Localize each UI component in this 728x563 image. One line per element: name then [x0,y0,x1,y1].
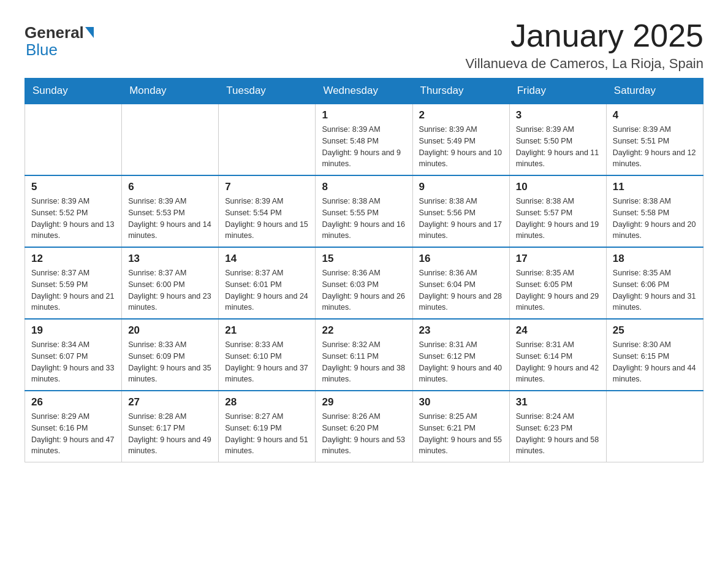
day-number: 18 [613,253,697,265]
day-number: 4 [613,109,697,121]
days-header-row: SundayMondayTuesdayWednesdayThursdayFrid… [25,79,703,104]
calendar-cell: 24Sunrise: 8:31 AMSunset: 6:14 PMDayligh… [509,319,606,391]
day-info: Sunrise: 8:25 AMSunset: 6:21 PMDaylight:… [419,411,503,457]
day-number: 15 [322,253,406,265]
calendar-cell: 17Sunrise: 8:35 AMSunset: 6:05 PMDayligh… [509,247,606,319]
day-number: 23 [419,324,503,337]
day-info: Sunrise: 8:38 AMSunset: 5:55 PMDaylight:… [322,196,406,242]
week-row: 19Sunrise: 8:34 AMSunset: 6:07 PMDayligh… [25,319,703,391]
day-of-week-header: Friday [509,79,606,104]
day-info: Sunrise: 8:39 AMSunset: 5:51 PMDaylight:… [613,124,697,170]
week-row: 5Sunrise: 8:39 AMSunset: 5:52 PMDaylight… [25,175,703,247]
day-number: 29 [322,396,406,408]
day-info: Sunrise: 8:36 AMSunset: 6:03 PMDaylight:… [322,267,406,313]
day-number: 17 [516,253,600,265]
calendar-cell: 18Sunrise: 8:35 AMSunset: 6:06 PMDayligh… [606,247,703,319]
calendar-cell: 13Sunrise: 8:37 AMSunset: 6:00 PMDayligh… [122,247,219,319]
calendar-cell [606,391,703,462]
calendar-cell: 23Sunrise: 8:31 AMSunset: 6:12 PMDayligh… [412,319,509,391]
calendar-cell: 12Sunrise: 8:37 AMSunset: 5:59 PMDayligh… [25,247,122,319]
day-number: 14 [225,253,309,265]
day-number: 30 [419,396,503,408]
calendar-cell: 30Sunrise: 8:25 AMSunset: 6:21 PMDayligh… [412,391,509,462]
calendar-cell: 19Sunrise: 8:34 AMSunset: 6:07 PMDayligh… [25,319,122,391]
calendar-cell: 31Sunrise: 8:24 AMSunset: 6:23 PMDayligh… [509,391,606,462]
calendar-cell: 2Sunrise: 8:39 AMSunset: 5:49 PMDaylight… [412,104,509,175]
day-info: Sunrise: 8:31 AMSunset: 6:12 PMDaylight:… [419,339,503,385]
day-number: 25 [613,324,697,337]
calendar-table: SundayMondayTuesdayWednesdayThursdayFrid… [25,78,703,462]
day-number: 31 [516,396,600,408]
calendar-cell: 22Sunrise: 8:32 AMSunset: 6:11 PMDayligh… [316,319,412,391]
day-number: 2 [419,109,503,121]
week-row: 26Sunrise: 8:29 AMSunset: 6:16 PMDayligh… [25,391,703,462]
page-header: General Blue January 2025 Villanueva de … [25,18,703,72]
day-number: 16 [419,253,503,265]
calendar-cell: 8Sunrise: 8:38 AMSunset: 5:55 PMDaylight… [316,175,412,247]
day-info: Sunrise: 8:38 AMSunset: 5:58 PMDaylight:… [613,196,697,242]
calendar-cell: 15Sunrise: 8:36 AMSunset: 6:03 PMDayligh… [316,247,412,319]
day-number: 5 [31,181,115,193]
day-info: Sunrise: 8:24 AMSunset: 6:23 PMDaylight:… [516,411,600,457]
calendar-cell: 16Sunrise: 8:36 AMSunset: 6:04 PMDayligh… [412,247,509,319]
day-number: 10 [516,181,600,193]
day-number: 28 [225,396,309,408]
calendar-cell: 9Sunrise: 8:38 AMSunset: 5:56 PMDaylight… [412,175,509,247]
calendar-cell: 29Sunrise: 8:26 AMSunset: 6:20 PMDayligh… [316,391,412,462]
calendar-cell: 1Sunrise: 8:39 AMSunset: 5:48 PMDaylight… [316,104,412,175]
day-of-week-header: Thursday [412,79,509,104]
calendar-cell: 21Sunrise: 8:33 AMSunset: 6:10 PMDayligh… [219,319,316,391]
day-info: Sunrise: 8:35 AMSunset: 6:06 PMDaylight:… [613,267,697,313]
day-info: Sunrise: 8:35 AMSunset: 6:05 PMDaylight:… [516,267,600,313]
calendar-cell: 28Sunrise: 8:27 AMSunset: 6:19 PMDayligh… [219,391,316,462]
logo: General Blue [25,25,95,59]
day-info: Sunrise: 8:31 AMSunset: 6:14 PMDaylight:… [516,339,600,385]
day-info: Sunrise: 8:36 AMSunset: 6:04 PMDaylight:… [419,267,503,313]
day-of-week-header: Sunday [25,79,122,104]
calendar-cell: 11Sunrise: 8:38 AMSunset: 5:58 PMDayligh… [606,175,703,247]
calendar-cell [219,104,316,175]
day-info: Sunrise: 8:37 AMSunset: 5:59 PMDaylight:… [31,267,115,313]
calendar-cell [25,104,122,175]
week-row: 1Sunrise: 8:39 AMSunset: 5:48 PMDaylight… [25,104,703,175]
logo-blue-text: Blue [26,40,58,59]
logo-general-text: General [25,25,84,40]
day-info: Sunrise: 8:33 AMSunset: 6:09 PMDaylight:… [128,339,212,385]
day-number: 1 [322,109,406,121]
day-of-week-header: Tuesday [219,79,316,104]
title-block: January 2025 Villanueva de Cameros, La R… [466,18,704,72]
day-of-week-header: Monday [122,79,219,104]
location-title: Villanueva de Cameros, La Rioja, Spain [466,56,704,72]
day-number: 3 [516,109,600,121]
day-info: Sunrise: 8:28 AMSunset: 6:17 PMDaylight:… [128,411,212,457]
day-number: 27 [128,396,212,408]
calendar-cell [122,104,219,175]
day-of-week-header: Wednesday [316,79,412,104]
day-info: Sunrise: 8:37 AMSunset: 6:01 PMDaylight:… [225,267,309,313]
day-info: Sunrise: 8:26 AMSunset: 6:20 PMDaylight:… [322,411,406,457]
day-number: 13 [128,253,212,265]
calendar-cell: 10Sunrise: 8:38 AMSunset: 5:57 PMDayligh… [509,175,606,247]
day-number: 20 [128,324,212,337]
calendar-cell: 7Sunrise: 8:39 AMSunset: 5:54 PMDaylight… [219,175,316,247]
day-number: 6 [128,181,212,193]
calendar-cell: 25Sunrise: 8:30 AMSunset: 6:15 PMDayligh… [606,319,703,391]
day-info: Sunrise: 8:39 AMSunset: 5:50 PMDaylight:… [516,124,600,170]
day-number: 8 [322,181,406,193]
day-info: Sunrise: 8:33 AMSunset: 6:10 PMDaylight:… [225,339,309,385]
calendar-cell: 4Sunrise: 8:39 AMSunset: 5:51 PMDaylight… [606,104,703,175]
calendar-cell: 27Sunrise: 8:28 AMSunset: 6:17 PMDayligh… [122,391,219,462]
day-info: Sunrise: 8:27 AMSunset: 6:19 PMDaylight:… [225,411,309,457]
day-info: Sunrise: 8:32 AMSunset: 6:11 PMDaylight:… [322,339,406,385]
calendar-cell: 26Sunrise: 8:29 AMSunset: 6:16 PMDayligh… [25,391,122,462]
logo-arrow-icon [85,27,94,38]
month-title: January 2025 [466,18,704,53]
day-number: 24 [516,324,600,337]
calendar-cell: 20Sunrise: 8:33 AMSunset: 6:09 PMDayligh… [122,319,219,391]
day-info: Sunrise: 8:37 AMSunset: 6:00 PMDaylight:… [128,267,212,313]
week-row: 12Sunrise: 8:37 AMSunset: 5:59 PMDayligh… [25,247,703,319]
day-info: Sunrise: 8:39 AMSunset: 5:49 PMDaylight:… [419,124,503,170]
day-info: Sunrise: 8:38 AMSunset: 5:56 PMDaylight:… [419,196,503,242]
day-info: Sunrise: 8:39 AMSunset: 5:53 PMDaylight:… [128,196,212,242]
day-number: 22 [322,324,406,337]
